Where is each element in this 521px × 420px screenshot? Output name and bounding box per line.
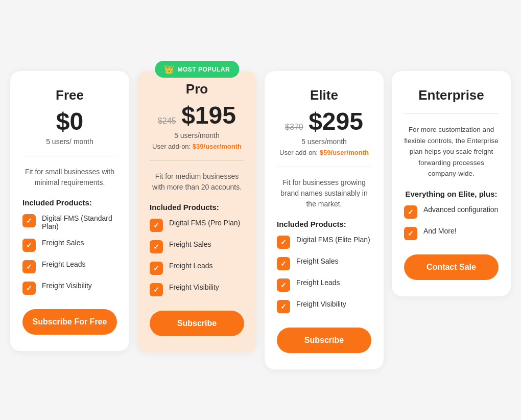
free-plan-users: 5 users/ month — [22, 137, 117, 146]
check-icon — [22, 282, 36, 295]
check-icon — [22, 214, 36, 227]
list-item: Freight Leads — [277, 278, 371, 292]
enterprise-plan-divider — [404, 113, 499, 114]
free-plan-divider — [22, 156, 117, 156]
enterprise-highlight: Everything on Elite, plus: — [404, 190, 499, 198]
enterprise-plan-name: Enterprise — [404, 87, 499, 103]
feature-label: Freight Sales — [296, 257, 338, 265]
feature-label: Digital FMS (Elite Plan) — [296, 236, 370, 244]
elite-plan-description: Fit for businesses growing brand names s… — [277, 177, 371, 209]
free-plan-name: Free — [22, 87, 117, 103]
elite-plan-card: Elite $370 $295 5 users/month User add-o… — [265, 71, 384, 369]
check-icon — [277, 300, 290, 313]
elite-included-title: Included Products: — [277, 220, 371, 228]
free-feature-list: Digital FMS (Standard Plan) Freight Sale… — [22, 214, 117, 295]
check-icon — [22, 260, 36, 273]
list-item: Freight Sales — [150, 240, 244, 253]
check-icon — [150, 240, 163, 253]
elite-subscribe-button[interactable]: Subscribe — [277, 328, 371, 353]
elite-plan-name: Elite — [277, 87, 371, 103]
pro-addon: User add-on: $39/user/month — [150, 143, 244, 150]
enterprise-description: For more customization and flexible cont… — [404, 124, 499, 179]
list-item: Digital FMS (Elite Plan) — [277, 236, 371, 249]
pro-current-price: $195 — [181, 102, 236, 129]
pro-plan-users: 5 users/month — [150, 131, 244, 139]
check-icon — [22, 239, 36, 252]
pro-plan-description: Fit for medium businesses with more than… — [150, 171, 244, 193]
list-item: Freight Leads — [22, 260, 117, 273]
badge-label: MOST POPULAR — [177, 66, 230, 73]
elite-price-row: $370 $295 — [277, 107, 371, 135]
pro-feature-list: Digital FMS (Pro Plan) Freight Sales Fre… — [150, 219, 244, 296]
feature-label: Freight Leads — [169, 262, 213, 270]
feature-label: Freight Sales — [42, 239, 84, 247]
check-icon — [404, 227, 417, 240]
feature-label: Freight Leads — [296, 278, 340, 287]
feature-label: Freight Leads — [42, 260, 86, 268]
check-icon — [150, 219, 163, 232]
most-popular-badge: 👑 MOST POPULAR — [155, 61, 239, 78]
feature-label: Freight Visibility — [296, 300, 346, 308]
free-plan-price: $0 — [22, 107, 117, 135]
elite-addon-price: $59/user/month — [320, 149, 369, 156]
free-subscribe-button[interactable]: Subscribe For Free — [22, 309, 117, 335]
pro-original-price: $245 — [158, 116, 176, 125]
list-item: Freight Visibility — [277, 300, 371, 313]
feature-label: Digital FMS (Pro Plan) — [169, 219, 240, 227]
check-icon — [277, 278, 290, 292]
elite-original-price: $370 — [285, 123, 303, 131]
feature-label: Freight Visibility — [169, 283, 219, 291]
pro-included-title: Included Products: — [150, 203, 244, 212]
check-icon — [150, 283, 163, 296]
list-item: Freight Visibility — [150, 283, 244, 296]
check-icon — [277, 257, 290, 270]
enterprise-plan-card: Enterprise For more customization and fl… — [392, 71, 511, 296]
pro-plan-card: 👑 MOST POPULAR Pro $245 $195 5 users/mon… — [137, 71, 256, 353]
check-icon — [404, 205, 417, 219]
feature-label: Freight Visibility — [42, 282, 92, 290]
list-item: Digital FMS (Standard Plan) — [22, 214, 117, 230]
free-included-title: Included Products: — [22, 198, 117, 207]
crown-icon: 👑 — [164, 64, 175, 74]
list-item: Freight Leads — [150, 262, 244, 275]
pro-subscribe-button[interactable]: Subscribe — [150, 311, 244, 336]
pro-plan-divider — [150, 160, 244, 161]
feature-label: Advanced configuration — [423, 205, 498, 214]
list-item: Freight Sales — [22, 239, 117, 252]
list-item: Advanced configuration — [404, 205, 499, 219]
free-plan-description: Fit for small businesses with minimal re… — [22, 167, 117, 188]
check-icon — [150, 262, 163, 275]
feature-label: And More! — [423, 227, 457, 235]
elite-current-price: $295 — [309, 108, 363, 135]
list-item: Freight Visibility — [22, 282, 117, 295]
feature-label: Digital FMS (Standard Plan) — [42, 214, 117, 230]
pricing-container: Free $0 5 users/ month Fit for small bus… — [10, 51, 511, 369]
pro-plan-name: Pro — [150, 81, 244, 97]
list-item: Freight Sales — [277, 257, 371, 270]
list-item: Digital FMS (Pro Plan) — [150, 219, 244, 232]
check-icon — [277, 236, 290, 249]
free-plan-card: Free $0 5 users/ month Fit for small bus… — [10, 71, 129, 351]
elite-addon: User add-on: $59/user/month — [277, 149, 371, 156]
list-item: And More! — [404, 227, 499, 240]
elite-plan-divider — [277, 167, 371, 167]
pro-price-row: $245 $195 — [150, 101, 244, 129]
enterprise-feature-list: Advanced configuration And More! — [404, 205, 499, 240]
elite-addon-label: User add-on: — [279, 149, 318, 156]
elite-plan-users: 5 users/month — [277, 137, 371, 146]
elite-feature-list: Digital FMS (Elite Plan) Freight Sales F… — [277, 236, 371, 313]
feature-label: Freight Sales — [169, 240, 211, 248]
pro-addon-price: $39/user/month — [193, 143, 242, 150]
enterprise-contact-button[interactable]: Contact Sale — [404, 254, 499, 280]
pro-addon-label: User add-on: — [152, 143, 191, 150]
